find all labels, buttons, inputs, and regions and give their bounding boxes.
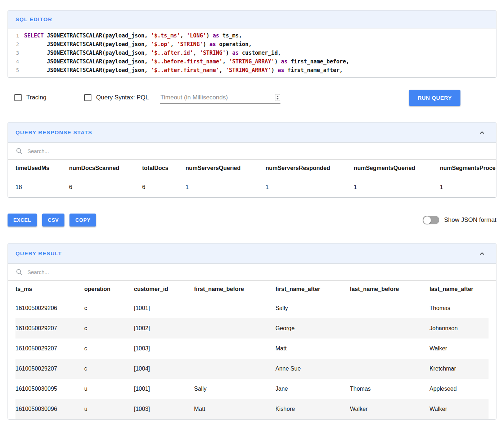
panel-title: QUERY RESPONSE STATS [15, 129, 92, 135]
table-cell: Anne Sue [275, 359, 350, 379]
copy-button[interactable]: COPY [69, 214, 96, 227]
table-cell [194, 298, 275, 319]
table-cell: [1002] [134, 318, 194, 338]
sql-editor-panel: SQL EDITOR 12345 SELECT JSONEXTRACTSCALA… [8, 10, 496, 78]
chevron-up-icon [479, 129, 485, 136]
json-format-toggle[interactable] [423, 216, 439, 224]
table-cell [350, 359, 429, 379]
panel-title: QUERY RESULT [15, 250, 62, 256]
run-query-button[interactable]: RUN QUERY [409, 90, 460, 106]
query-result-panel: QUERY RESULT ts_msoperationcustomer_idfi… [8, 243, 496, 420]
table-cell: Kretchmar [429, 359, 489, 379]
table-cell: u [84, 399, 134, 419]
table-cell: 6 [69, 177, 142, 198]
column-header[interactable]: customer_id [134, 281, 194, 298]
table-cell: Walker [429, 399, 489, 419]
editor-code: SELECT JSONEXTRACTSCALAR(payload_json, '… [24, 31, 496, 75]
table-cell: Sally [275, 298, 350, 319]
table-cell: Thomas [429, 298, 489, 319]
query-controls: Tracing Query Syntax: PQL RUN QUERY [8, 89, 496, 106]
result-search-bar [8, 264, 496, 281]
table-cell: Appleseed [429, 379, 489, 399]
column-header[interactable]: totalDocs [142, 160, 186, 177]
table-cell: Walker [429, 338, 489, 359]
table-cell: [1003] [134, 399, 194, 419]
number-spinner-icon[interactable] [275, 94, 280, 101]
table-cell: Johannson [429, 318, 489, 338]
table-cell: Matt [194, 399, 275, 419]
sql-editor-header: SQL EDITOR [8, 10, 496, 28]
pql-checkbox[interactable] [84, 94, 91, 101]
table-cell: c [84, 338, 134, 359]
column-header[interactable]: ts_ms [15, 281, 84, 298]
table-cell: c [84, 318, 134, 338]
table-cell: [1001] [134, 379, 194, 399]
tracing-checkbox[interactable] [14, 94, 22, 101]
table-cell: Thomas [350, 379, 429, 399]
table-row: 18661111 [15, 177, 496, 198]
query-response-stats-panel: QUERY RESPONSE STATS timeUsedMsnumDocsSc… [8, 122, 496, 198]
collapse-button[interactable] [479, 129, 485, 136]
chevron-up-icon [479, 250, 485, 257]
table-cell: 1 [185, 177, 265, 198]
table-cell: 1610050029207 [15, 318, 84, 338]
result-table-container: ts_msoperationcustomer_idfirst_name_befo… [8, 281, 496, 419]
table-row: 1610050029207c[1003]MattWalker [15, 338, 489, 359]
table-cell: [1004] [134, 359, 194, 379]
table-cell [350, 298, 429, 319]
code-line: SELECT JSONEXTRACTSCALAR(payload_json, '… [24, 31, 496, 40]
export-toolbar: EXCEL CSV COPY Show JSON format [8, 214, 496, 227]
search-input[interactable] [27, 148, 489, 154]
table-header-row: timeUsedMsnumDocsScannedtotalDocsnumServ… [15, 160, 496, 177]
stats-table: timeUsedMsnumDocsScannedtotalDocsnumServ… [15, 160, 496, 197]
excel-button[interactable]: EXCEL [8, 214, 37, 227]
column-header[interactable]: first_name_before [194, 281, 275, 298]
timeout-field [160, 92, 280, 104]
table-cell: 1610050029207 [15, 359, 84, 379]
csv-button[interactable]: CSV [42, 214, 65, 227]
table-cell [194, 338, 275, 359]
column-header[interactable]: last_name_before [350, 281, 429, 298]
search-icon [15, 268, 23, 275]
table-cell: u [84, 379, 134, 399]
toggle-thumb-icon [423, 216, 431, 224]
table-cell: c [84, 298, 134, 319]
table-cell: Kishore [275, 399, 350, 419]
collapse-button[interactable] [479, 250, 485, 257]
table-cell [350, 318, 429, 338]
table-cell: Matt [275, 338, 350, 359]
table-cell [350, 338, 429, 359]
timeout-input[interactable] [160, 92, 280, 104]
stats-search-bar [8, 143, 496, 160]
column-header[interactable]: timeUsedMs [15, 160, 69, 177]
column-header[interactable]: operation [84, 281, 134, 298]
line-number: 2 [8, 40, 19, 49]
table-cell: 1 [354, 177, 440, 198]
table-cell: [1003] [134, 338, 194, 359]
table-cell: 1610050030096 [15, 399, 84, 419]
code-line: JSONEXTRACTSCALAR(payload_json, '$..afte… [24, 66, 496, 75]
table-cell: 1610050029206 [15, 298, 84, 319]
search-input[interactable] [27, 269, 489, 275]
sql-code-editor[interactable]: 12345 SELECT JSONEXTRACTSCALAR(payload_j… [8, 28, 496, 77]
code-line: JSONEXTRACTSCALAR(payload_json, '$..afte… [24, 49, 496, 57]
column-header[interactable]: numSegmentsQueried [354, 160, 440, 177]
table-header-row: ts_msoperationcustomer_idfirst_name_befo… [15, 281, 489, 298]
table-cell: George [275, 318, 350, 338]
code-line: JSONEXTRACTSCALAR(payload_json, '$.op', … [24, 40, 496, 49]
column-header[interactable]: last_name_after [429, 281, 489, 298]
table-cell: 1 [440, 177, 496, 198]
column-header[interactable]: numServersResponded [265, 160, 354, 177]
panel-title: SQL EDITOR [15, 16, 52, 22]
table-cell: 1610050030095 [15, 379, 84, 399]
column-header[interactable]: numDocsScanned [69, 160, 142, 177]
column-header[interactable]: first_name_after [275, 281, 350, 298]
search-icon [15, 147, 23, 154]
column-header[interactable]: numSegmentsProcessed [440, 160, 496, 177]
pql-label: Query Syntax: PQL [96, 94, 149, 101]
table-row: 1610050029206c[1001]SallyThomas [15, 298, 489, 319]
tracing-label: Tracing [26, 94, 46, 101]
table-cell: c [84, 359, 134, 379]
table-cell: 1 [265, 177, 354, 198]
column-header[interactable]: numServersQueried [185, 160, 265, 177]
